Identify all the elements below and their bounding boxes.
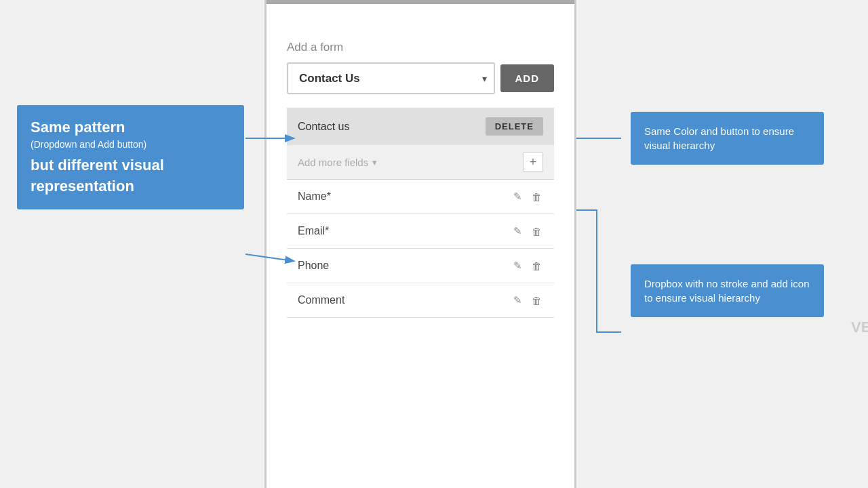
field-phone-label: Phone (298, 260, 329, 272)
field-phone-actions: ✎ 🗑 (512, 258, 543, 273)
delete-phone-button[interactable]: 🗑 (530, 259, 543, 273)
add-fields-chevron-icon: ▾ (372, 157, 377, 167)
phone-top-bar (267, 0, 574, 4)
add-form-section: Add a form Contact Us Registration Feedb… (287, 41, 554, 318)
annotation-right-bottom: Dropbox with no stroke and add icon to e… (631, 264, 824, 317)
add-form-label: Add a form (287, 41, 554, 54)
annotation-right-bottom-text: Dropbox with no stroke and add icon to e… (644, 278, 809, 304)
field-row-phone: Phone ✎ 🗑 (287, 249, 554, 283)
annotation-left-line1: Same pattern (31, 117, 231, 138)
field-email-actions: ✎ 🗑 (512, 224, 543, 239)
form-dropdown-wrapper: Contact Us Registration Feedback ▾ (287, 62, 495, 94)
field-name-label: Name* (298, 190, 331, 203)
page: Add a form Contact Us Registration Feedb… (0, 0, 868, 488)
add-fields-row: Add more fields ▾ + (287, 145, 554, 180)
field-row-email: Email* ✎ 🗑 (287, 214, 554, 249)
add-fields-dropdown[interactable]: Add more fields ▾ (298, 157, 517, 168)
delete-name-button[interactable]: 🗑 (530, 190, 543, 204)
delete-form-button[interactable]: DELETE (486, 117, 543, 136)
right-edge-text: VE (844, 312, 868, 343)
phone-panel: Add a form Contact Us Registration Feedb… (264, 0, 576, 488)
edit-name-button[interactable]: ✎ (512, 189, 524, 204)
add-form-row: Contact Us Registration Feedback ▾ ADD (287, 62, 554, 94)
annotation-left-line2: (Dropdown and Add button) (31, 138, 231, 152)
delete-email-button[interactable]: 🗑 (530, 224, 543, 239)
field-comment-actions: ✎ 🗑 (512, 293, 543, 308)
annotation-right-top: Same Color and button to ensure visual h… (631, 112, 824, 165)
plus-icon: + (530, 155, 537, 169)
field-comment-label: Comment (298, 294, 344, 306)
field-row-comment: Comment ✎ 🗑 (287, 283, 554, 318)
add-form-button[interactable]: ADD (500, 64, 555, 92)
add-fields-label: Add more fields (298, 157, 368, 168)
annotation-right-top-text: Same Color and button to ensure visual h… (644, 125, 794, 151)
form-block: Contact us DELETE Add more fields ▾ + Na… (287, 108, 554, 318)
edit-phone-button[interactable]: ✎ (512, 258, 524, 273)
field-name-actions: ✎ 🗑 (512, 189, 543, 204)
add-field-plus-button[interactable]: + (523, 152, 543, 172)
form-block-title: Contact us (298, 121, 349, 133)
field-row-name: Name* ✎ 🗑 (287, 180, 554, 214)
field-email-label: Email* (298, 225, 329, 237)
form-type-dropdown[interactable]: Contact Us Registration Feedback (287, 62, 495, 94)
edit-comment-button[interactable]: ✎ (512, 293, 524, 308)
annotation-left-line3: but different visual representation (31, 155, 231, 197)
form-block-header: Contact us DELETE (287, 108, 554, 145)
annotation-left: Same pattern (Dropdown and Add button) b… (17, 105, 244, 209)
edit-email-button[interactable]: ✎ (512, 224, 524, 239)
delete-comment-button[interactable]: 🗑 (530, 293, 543, 308)
